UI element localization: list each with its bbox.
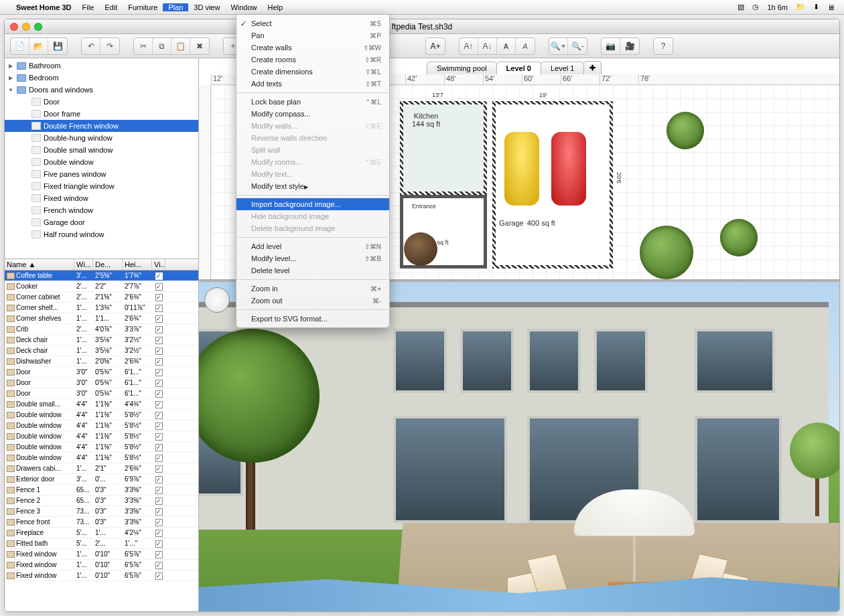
catalog-item[interactable]: French window [5,204,198,216]
menu-help[interactable]: Help [263,3,289,11]
add-level-button[interactable]: ✚ [583,61,602,74]
furniture-row[interactable]: Deck chair1'...3'5⅛"3'2½"✓ [5,335,198,345]
save-button[interactable]: 💾 [48,38,67,54]
round-table[interactable] [404,232,437,266]
furniture-row[interactable]: Fixed window1'...0'10"6'5⅞"✓ [5,570,198,581]
display-icon[interactable]: 🖥 [823,3,839,11]
zoom-out-button[interactable]: 🔍- [568,38,587,54]
furniture-row[interactable]: Corner shelves1'...1'1...2'6¾"✓ [5,313,198,324]
download-icon[interactable]: ⬇ [809,3,823,11]
furniture-row[interactable]: Exterior door3'...0'...6'9⅞"✓ [5,474,198,485]
catalog-item[interactable]: Garage door [5,216,198,228]
catalog-item[interactable]: Five panes window [5,168,198,180]
furniture-row[interactable]: Deck chair1'...3'5⅛"3'2½"✓ [5,345,198,356]
furniture-row[interactable]: Fence 165...0'3"3'3⅝"✓ [5,485,198,495]
level-tab[interactable]: Level 1 [541,62,584,74]
visible-checkbox[interactable]: ✓ [155,572,163,580]
visible-checkbox[interactable]: ✓ [155,530,163,537]
photo-button[interactable]: 📷 [602,38,620,54]
paste-button[interactable]: 📋 [171,38,190,54]
level-tab[interactable]: Level 0 [496,62,541,74]
furniture-row[interactable]: Double window4'4"1'1⅜"5'8½"✓ [5,431,198,442]
open-button[interactable]: 📂 [29,38,48,54]
bush-3[interactable] [720,219,758,256]
furniture-row[interactable]: Fence 373...0'3"3'3⅝"✓ [5,506,198,517]
furniture-row[interactable]: Fence front73...0'3"3'3⅝"✓ [5,517,198,528]
menu-plan[interactable]: Plan [163,3,188,11]
furniture-table-header[interactable]: Name ▲Wi...De...Hei...Vi... [5,259,198,271]
catalog-item[interactable]: Double window [5,156,198,168]
menu-item-modify-compass[interactable]: Modify compass... [236,108,389,120]
menu-furniture[interactable]: Furniture [123,3,163,11]
furniture-row[interactable]: Fence 265...0'3"3'3⅝"✓ [5,495,198,506]
cut-button[interactable]: ✂ [134,38,153,54]
visible-checkbox[interactable]: ✓ [155,476,163,483]
catalog-item[interactable]: Double French window [5,120,198,132]
visible-checkbox[interactable]: ✓ [155,465,163,473]
category-bathroom[interactable]: ▶Bathroom [5,60,198,72]
furniture-row[interactable]: Double window4'4"1'1⅜"5'8½"✓ [5,420,198,431]
visible-checkbox[interactable]: ✓ [155,273,163,280]
zoom-in-button[interactable]: 🔍+ [549,38,568,54]
furniture-row[interactable]: Door3'0"0'5¾"6'1..."✓ [5,378,198,388]
3d-view[interactable] [199,282,839,611]
catalog-item[interactable]: Door frame [5,108,198,120]
clock-icon[interactable]: ◷ [748,3,763,11]
catalog-item[interactable]: Door [5,96,198,108]
visible-checkbox[interactable]: ✓ [155,455,163,462]
minimize-button[interactable] [22,23,30,31]
furniture-row[interactable]: Double small...4'4"1'1⅜"4'4¾"✓ [5,399,198,410]
furniture-list-table[interactable]: Name ▲Wi...De...Hei...Vi... Coffee table… [5,259,198,611]
furniture-row[interactable]: Dishwasher1'...2'0⅝"2'6¾"✓ [5,356,198,367]
visible-checkbox[interactable]: ✓ [155,283,163,291]
visible-checkbox[interactable]: ✓ [155,305,163,312]
menu-item-pan[interactable]: Pan⌘P [236,29,389,42]
folder-icon[interactable]: 📁 [792,3,809,11]
menu-file[interactable]: File [77,3,100,11]
column-header[interactable]: Name ▲ [5,259,74,270]
visible-checkbox[interactable]: ✓ [155,519,163,526]
text-bigger-button[interactable]: A↑ [460,38,478,54]
column-header[interactable]: Vi... [152,259,165,270]
help-button[interactable]: ? [654,38,673,54]
menu-item-import-background-image[interactable]: Import background image... [236,198,389,210]
furniture-row[interactable]: Cooker2'...2'2"2'7⅞"✓ [5,281,198,292]
furniture-row[interactable]: Crib2'...4'0⅞"3'3⅞"✓ [5,324,198,335]
visible-checkbox[interactable]: ✓ [155,508,163,516]
furniture-row[interactable]: Corner shelf...1'...1'3¾"0'11⅞"✓ [5,303,198,313]
catalog-item[interactable]: Fixed triangle window [5,180,198,192]
visible-checkbox[interactable]: ✓ [155,422,163,430]
furniture-row[interactable]: Fitted bath5'...2'...1'..."✓ [5,538,198,549]
menu-item-add-texts[interactable]: Add texts⇧⌘T [236,78,389,90]
column-header[interactable]: Hei... [123,259,152,270]
menu-item-create-dimensions[interactable]: Create dimensions⇧⌘L [236,66,389,78]
menu-edit[interactable]: Edit [99,3,123,11]
furniture-row[interactable]: Corner cabinet2'...2'1⅝"2'6¾"✓ [5,292,198,303]
visible-checkbox[interactable]: ✓ [155,562,163,569]
visible-checkbox[interactable]: ✓ [155,315,163,323]
italic-button[interactable]: A [516,38,535,54]
visible-checkbox[interactable]: ✓ [155,497,163,505]
visible-checkbox[interactable]: ✓ [155,412,163,419]
visible-checkbox[interactable]: ✓ [155,326,163,333]
visible-checkbox[interactable]: ✓ [155,380,163,387]
visible-checkbox[interactable]: ✓ [155,358,163,366]
category-bedroom[interactable]: ▶Bedroom [5,72,198,84]
bush-2[interactable] [640,226,693,279]
menu-item-select[interactable]: Select⌘S [236,17,389,29]
video-button[interactable]: 🎥 [620,38,639,54]
menu-item-delete-level[interactable]: Delete level [236,264,389,277]
menu-3d-view[interactable]: 3D view [188,3,225,11]
column-header[interactable]: Wi... [74,259,93,270]
furniture-row[interactable]: Fireplace5'...1'...4'2¼"✓ [5,528,198,538]
furniture-row[interactable]: Drawers cabi...1'...2'1"2'6¾"✓ [5,463,198,474]
menu-item-create-walls[interactable]: Create walls⇧⌘W [236,42,389,54]
text-smaller-button[interactable]: A↓ [478,38,497,54]
furniture-row[interactable]: Fixed window1'...0'10"6'5⅞"✓ [5,549,198,560]
catalog-item[interactable]: Fixed window [5,192,198,204]
visible-checkbox[interactable]: ✓ [155,487,163,494]
terminal-icon[interactable]: ▧ [733,3,748,11]
furniture-row[interactable]: Double window4'4"1'1⅜"5'8½"✓ [5,442,198,453]
visible-checkbox[interactable]: ✓ [155,337,163,344]
visible-checkbox[interactable]: ✓ [155,369,163,376]
